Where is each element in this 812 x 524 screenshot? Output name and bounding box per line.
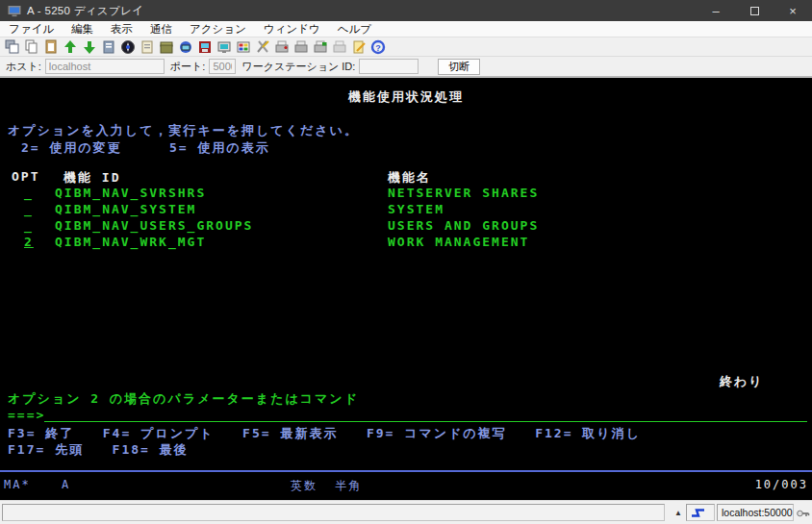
connection-zigzag-icon	[691, 508, 710, 518]
fkeys-line-1: F3= 終了 F4= プロンプト F5= 最新表示 F9= コマンドの複写 F1…	[8, 425, 641, 442]
menu-communication[interactable]: 通信	[141, 22, 181, 37]
download-icon[interactable]	[81, 39, 97, 55]
color-map-icon[interactable]	[235, 39, 251, 55]
menu-view[interactable]: 表示	[102, 22, 141, 37]
help-icon[interactable]: ?	[369, 39, 386, 55]
command-input-line[interactable]	[44, 421, 807, 422]
opt-field[interactable]: _	[24, 186, 34, 200]
notepad-icon[interactable]	[139, 39, 155, 55]
oia-cursor-position: 10/003	[755, 478, 808, 491]
port-input[interactable]	[209, 59, 236, 74]
column-header-function-id: 機能 ID	[63, 169, 120, 187]
opt-field[interactable]: _	[24, 218, 34, 233]
instruction-line: オプションを入力して，実行キーを押してください。	[8, 122, 359, 139]
paste-icon[interactable]	[42, 39, 59, 55]
menu-bar: ファイル 編集 表示 通信 アクション ウィンドウ ヘルプ	[0, 21, 812, 37]
globe-screen-icon[interactable]	[177, 39, 193, 55]
printer-setup-icon[interactable]	[312, 39, 328, 55]
function-id: QIBM_NAV_WRK_MGT	[55, 235, 206, 249]
function-name: SYSTEM	[388, 202, 444, 216]
function-name: USERS AND GROUPS	[388, 218, 539, 233]
column-header-opt: OPT	[12, 169, 39, 184]
upload-icon[interactable]	[62, 39, 78, 55]
disconnect-button[interactable]: 切断	[438, 59, 480, 75]
printer-pale-icon[interactable]	[331, 39, 347, 55]
maximize-icon	[750, 7, 759, 15]
display-settings-icon[interactable]	[216, 39, 232, 55]
function-id: QIBM_NAV_SVRSHRS	[55, 186, 206, 200]
menu-edit[interactable]: 編集	[63, 22, 102, 37]
edit-macro-icon[interactable]	[350, 39, 367, 55]
emulator-window: A - 5250 ディスプレイ – × ファイル 編集 表示 通信 アクション …	[0, 0, 812, 524]
connection-bar: ホスト: ポート: ワークステーション ID: 切断	[0, 57, 812, 78]
toolbar: ?	[0, 37, 812, 57]
function-name: WORK MANAGEMENT	[388, 235, 529, 249]
workstation-id-input[interactable]	[359, 59, 419, 74]
port-label: ポート:	[170, 60, 206, 74]
column-header-function-name: 機能名	[388, 169, 431, 187]
oia-system-status: MA*	[4, 478, 31, 491]
function-id: QIBM_NAV_USERS_GROUPS	[55, 218, 253, 233]
host-label: ホスト:	[6, 60, 41, 74]
function-name: NETSERVER SHARES	[388, 186, 539, 200]
save-screen-icon[interactable]	[196, 39, 213, 55]
app-monitor-icon	[8, 5, 21, 17]
status-message-panel	[2, 504, 665, 521]
connection-address-panel: localhost:50000	[717, 504, 794, 521]
function-id: QIBM_NAV_SYSTEM	[55, 202, 196, 216]
svg-text:?: ?	[375, 42, 381, 52]
menu-window[interactable]: ウィンドウ	[255, 22, 329, 37]
menu-help[interactable]: ヘルプ	[329, 22, 380, 37]
package-icon[interactable]	[158, 39, 174, 55]
option-choices-line: 2= 使用の変更 5= 使用の表示	[21, 139, 270, 157]
status-bar: ▲ localhost:50000	[0, 500, 812, 524]
workstation-id-label: ワークステーション ID:	[241, 60, 355, 74]
terminal-screen[interactable]: 機能使用状況処理 オプションを入力して，実行キーを押してください。 2= 使用の…	[0, 78, 812, 500]
oia-input-mode: 英数 半角	[291, 478, 362, 494]
expand-arrow-icon[interactable]: ▲	[674, 509, 682, 517]
window-title: A - 5250 ディスプレイ	[27, 4, 143, 18]
command-prompt-arrow: ===>	[8, 408, 45, 422]
maximize-button[interactable]	[735, 0, 774, 21]
title-bar: A - 5250 ディスプレイ – ×	[0, 0, 812, 21]
close-button[interactable]: ×	[774, 0, 812, 21]
notes-icon[interactable]	[100, 39, 116, 55]
minimize-button[interactable]: –	[697, 0, 735, 21]
screen-title: 機能使用状況処理	[0, 88, 812, 106]
keyboard-map-icon[interactable]	[254, 39, 270, 55]
printer-icon[interactable]	[292, 39, 309, 55]
parameter-prompt-label: オプション 2 の場合のパラメーターまたはコマンド	[8, 390, 359, 408]
opt-field[interactable]: _	[24, 202, 34, 216]
opt-field[interactable]: 2	[24, 235, 34, 249]
menu-file[interactable]: ファイル	[0, 22, 63, 37]
copy-screen-icon[interactable]	[4, 39, 20, 55]
end-of-list-label: 終わり	[720, 373, 764, 390]
host-input[interactable]	[45, 59, 165, 74]
oia-session-id: A	[62, 478, 70, 491]
menu-actions[interactable]: アクション	[181, 22, 255, 37]
print-screen-icon[interactable]	[273, 39, 290, 55]
keyboard-lock-icon	[796, 506, 810, 520]
connection-status-panel	[686, 504, 715, 521]
fkeys-line-2: F17= 先頭 F18= 最後	[8, 441, 189, 459]
compass-icon[interactable]	[119, 39, 136, 55]
copy-icon[interactable]	[23, 39, 39, 55]
oia-separator-line	[0, 470, 812, 472]
